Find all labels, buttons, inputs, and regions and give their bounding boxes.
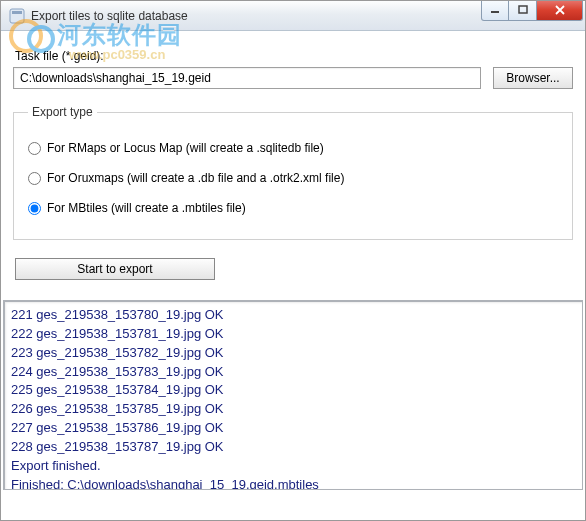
log-line: 224 ges_219538_153783_19.jpg OK	[11, 363, 576, 382]
log-line: 227 ges_219538_153786_19.jpg OK	[11, 419, 576, 438]
start-export-button[interactable]: Start to export	[15, 258, 215, 280]
radio-orux-label: For Oruxmaps (will create a .db file and…	[47, 171, 344, 185]
option-mbtiles[interactable]: For MBtiles (will create a .mbtiles file…	[28, 201, 558, 215]
option-rmaps[interactable]: For RMaps or Locus Map (will create a .s…	[28, 141, 558, 155]
radio-rmaps-label: For RMaps or Locus Map (will create a .s…	[47, 141, 324, 155]
log-line: 223 ges_219538_153782_19.jpg OK	[11, 344, 576, 363]
log-line: 228 ges_219538_153787_19.jpg OK	[11, 438, 576, 457]
svg-rect-1	[12, 11, 22, 14]
title-bar: Export tiles to sqlite database	[1, 1, 585, 31]
export-log[interactable]: 221 ges_219538_153780_19.jpg OK222 ges_2…	[3, 300, 583, 490]
log-line: 222 ges_219538_153781_19.jpg OK	[11, 325, 576, 344]
close-button[interactable]	[537, 1, 583, 21]
log-line: Export finished.	[11, 457, 576, 476]
minimize-button[interactable]	[481, 1, 509, 21]
radio-mbtiles-label: For MBtiles (will create a .mbtiles file…	[47, 201, 246, 215]
log-line: Finished: C:\downloads\shanghai_15_19.ge…	[11, 476, 576, 490]
window-buttons	[481, 1, 583, 21]
task-file-label: Task file (*.geid):	[15, 49, 573, 63]
log-line: 221 ges_219538_153780_19.jpg OK	[11, 306, 576, 325]
radio-rmaps[interactable]	[28, 142, 41, 155]
export-type-group: Export type For RMaps or Locus Map (will…	[13, 105, 573, 240]
app-icon	[9, 8, 25, 24]
svg-rect-2	[491, 11, 499, 13]
browser-button[interactable]: Browser...	[493, 67, 573, 89]
task-file-input[interactable]	[13, 67, 481, 89]
svg-rect-3	[519, 6, 527, 13]
log-line: 225 ges_219538_153784_19.jpg OK	[11, 381, 576, 400]
radio-mbtiles[interactable]	[28, 202, 41, 215]
window-title: Export tiles to sqlite database	[31, 9, 481, 23]
log-line: 226 ges_219538_153785_19.jpg OK	[11, 400, 576, 419]
export-type-legend: Export type	[28, 105, 97, 119]
client-area: Task file (*.geid): Browser... Export ty…	[1, 31, 585, 294]
option-orux[interactable]: For Oruxmaps (will create a .db file and…	[28, 171, 558, 185]
maximize-button[interactable]	[509, 1, 537, 21]
radio-orux[interactable]	[28, 172, 41, 185]
